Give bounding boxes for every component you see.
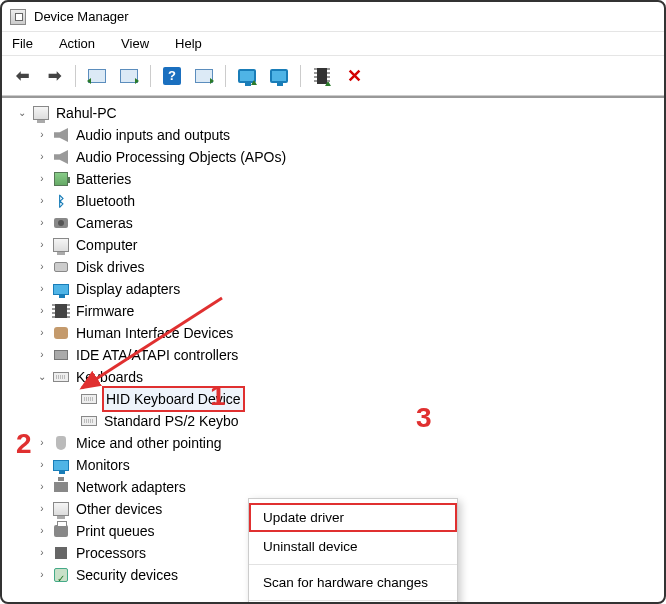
tree-item-label: Cameras [76, 212, 133, 234]
chevron-right-icon[interactable]: › [36, 322, 48, 344]
security-icon [52, 567, 70, 583]
tree-item-label: Audio inputs and outputs [76, 124, 230, 146]
speaker-icon [52, 149, 70, 165]
ctx-scan-hardware[interactable]: Scan for hardware changes [249, 568, 457, 597]
tree-item[interactable]: ›Cameras [2, 212, 664, 234]
help-icon: ? [163, 67, 181, 85]
chevron-right-icon[interactable]: › [36, 190, 48, 212]
tree-item-label: Human Interface Devices [76, 322, 233, 344]
bluetooth-icon: ᛒ [52, 193, 70, 209]
chip-add-icon [317, 68, 327, 84]
tree-item-hid-keyboard[interactable]: HID Keyboard Device [2, 388, 664, 410]
chevron-right-icon[interactable]: › [36, 168, 48, 190]
chevron-right-icon[interactable]: › [36, 520, 48, 542]
chevron-right-icon[interactable]: › [36, 432, 48, 454]
chevron-right-icon[interactable]: › [36, 498, 48, 520]
tree-item[interactable]: ›Disk drives [2, 256, 664, 278]
chevron-right-icon[interactable]: › [36, 124, 48, 146]
back-button[interactable]: ⬅ [8, 62, 36, 90]
tree-item[interactable]: ›ᛒBluetooth [2, 190, 664, 212]
context-separator [249, 564, 457, 565]
tree-item[interactable]: ›Network adapters [2, 476, 664, 498]
ide-icon [52, 347, 70, 363]
tree-item[interactable]: ›Audio Processing Objects (APOs) [2, 146, 664, 168]
update-driver-button[interactable] [233, 62, 261, 90]
tree-item-label: Network adapters [76, 476, 186, 498]
hid-icon [52, 325, 70, 341]
ctx-update-driver[interactable]: Update driver [249, 503, 457, 532]
properties-button[interactable] [190, 62, 218, 90]
battery-icon [52, 171, 70, 187]
camera-icon [52, 215, 70, 231]
tree-item[interactable]: ›Audio inputs and outputs [2, 124, 664, 146]
chevron-down-icon[interactable]: ⌄ [36, 366, 48, 388]
tree-item[interactable]: ›Display adapters [2, 278, 664, 300]
chevron-right-icon[interactable]: › [36, 542, 48, 564]
menubar: File Action View Help [2, 32, 664, 56]
tree-item-label: Standard PS/2 Keybo [104, 410, 239, 432]
keyboard-icon [52, 369, 70, 385]
context-separator [249, 600, 457, 601]
chevron-right-icon[interactable]: › [36, 344, 48, 366]
chevron-down-icon[interactable]: ⌄ [16, 102, 28, 124]
display-icon [52, 457, 70, 473]
keyboard-icon [80, 391, 98, 407]
chevron-right-icon[interactable]: › [36, 256, 48, 278]
show-hide-action-button[interactable] [115, 62, 143, 90]
tree-pane-icon [88, 69, 106, 83]
chevron-right-icon[interactable]: › [36, 146, 48, 168]
monitor-scan-icon [270, 69, 288, 83]
toolbar-separator [150, 65, 151, 87]
tree-item-label: Display adapters [76, 278, 180, 300]
tree-item[interactable]: ›IDE ATA/ATAPI controllers [2, 344, 664, 366]
tree-item-label: Processors [76, 542, 146, 564]
show-hide-tree-button[interactable] [83, 62, 111, 90]
tree-item-label: Mice and other pointing [76, 432, 222, 454]
chevron-right-icon[interactable]: › [36, 300, 48, 322]
uninstall-button[interactable]: ✕ [340, 62, 368, 90]
tree-item[interactable]: ›Monitors [2, 454, 664, 476]
chevron-right-icon[interactable]: › [36, 476, 48, 498]
menu-help[interactable]: Help [171, 34, 206, 53]
tree-item-label: Computer [76, 234, 137, 256]
tree-item[interactable]: ›Computer [2, 234, 664, 256]
tree-item-ps2-keyboard[interactable]: Standard PS/2 Keybo [2, 410, 664, 432]
forward-button[interactable]: ➡ [40, 62, 68, 90]
chevron-right-icon[interactable]: › [36, 212, 48, 234]
toolbar: ⬅ ➡ ? ✕ [2, 56, 664, 96]
toolbar-separator [300, 65, 301, 87]
menu-file[interactable]: File [8, 34, 37, 53]
menu-view[interactable]: View [117, 34, 153, 53]
tree-item-keyboards[interactable]: ⌄Keyboards [2, 366, 664, 388]
tree-item-label: Print queues [76, 520, 155, 542]
tree-item-label: IDE ATA/ATAPI controllers [76, 344, 238, 366]
app-icon [10, 9, 26, 25]
tree-root[interactable]: ⌄ Rahul-PC [2, 102, 664, 124]
tree-item-label: Keyboards [76, 366, 143, 388]
tree-item[interactable]: ›Mice and other pointing [2, 432, 664, 454]
tree-item[interactable]: ›Firmware [2, 300, 664, 322]
tree-item-label: Disk drives [76, 256, 144, 278]
toolbar-separator [225, 65, 226, 87]
tree-item-label: Monitors [76, 454, 130, 476]
help-button[interactable]: ? [158, 62, 186, 90]
keyboard-icon [80, 413, 98, 429]
speaker-icon [52, 127, 70, 143]
chevron-right-icon[interactable]: › [36, 278, 48, 300]
chevron-right-icon[interactable]: › [36, 234, 48, 256]
chevron-right-icon[interactable]: › [36, 454, 48, 476]
chevron-right-icon[interactable]: › [36, 564, 48, 586]
tree-item[interactable]: ›Batteries [2, 168, 664, 190]
add-hardware-button[interactable] [308, 62, 336, 90]
scan-hardware-button[interactable] [265, 62, 293, 90]
network-icon [52, 479, 70, 495]
arrow-left-icon: ⬅ [16, 66, 29, 85]
properties-icon [195, 69, 213, 83]
mouse-icon [52, 435, 70, 451]
ctx-uninstall-device[interactable]: Uninstall device [249, 532, 457, 561]
toolbar-separator [75, 65, 76, 87]
computer-icon [52, 237, 70, 253]
device-manager-window: Device Manager File Action View Help ⬅ ➡… [0, 0, 666, 604]
menu-action[interactable]: Action [55, 34, 99, 53]
tree-item[interactable]: ›Human Interface Devices [2, 322, 664, 344]
